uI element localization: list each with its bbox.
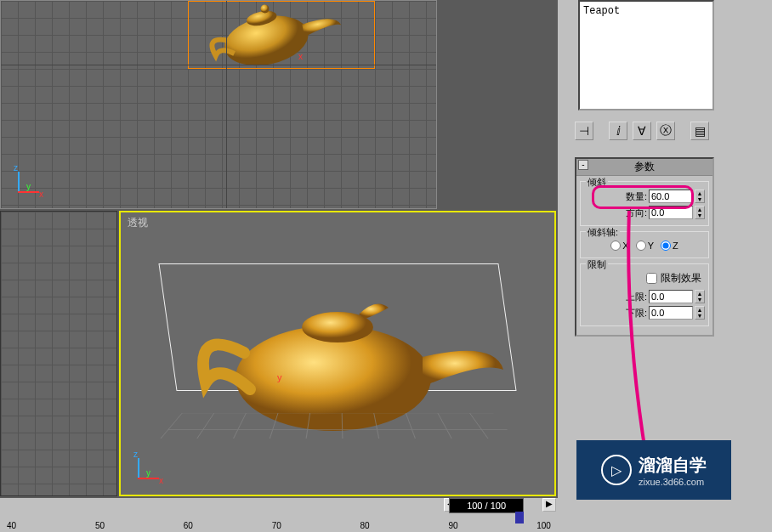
- show-result-button[interactable]: ⅈ: [609, 122, 627, 140]
- unique-button[interactable]: ∀: [633, 122, 651, 140]
- ground-grid: [160, 413, 514, 439]
- viewport-label: 透视: [128, 216, 148, 230]
- limit-legend: 限制: [586, 258, 608, 271]
- limit-effect-checkbox[interactable]: [646, 273, 657, 284]
- upper-spinner[interactable]: ▲▼: [695, 290, 705, 303]
- skew-legend: 倾斜: [586, 176, 608, 189]
- play-icon: ▷: [601, 455, 632, 485]
- axis-y-radio[interactable]: Y: [636, 241, 654, 251]
- limit-effect-label: 限制效果: [661, 271, 701, 286]
- limit-group: 限制 限制效果 上限: ▲▼ 下限: ▲▼: [580, 263, 709, 326]
- watermark: ▷ 溜溜自学 zixue.3d66.com: [576, 440, 731, 500]
- remove-icon: ⓧ: [660, 123, 672, 139]
- viewport-top-right[interactable]: x z x y: [0, 0, 437, 209]
- radio-label: Z: [673, 241, 678, 251]
- rollout-header[interactable]: - 参数: [576, 159, 712, 176]
- timeline: ◀ 100 / 100 ▶ 40 50 60 70 80 90 100: [0, 498, 558, 532]
- modifier-toolbar: ⊣ ⅈ ∀ ⓧ ▤: [575, 121, 714, 141]
- lower-label: 下限:: [626, 307, 647, 320]
- tick: 40: [7, 521, 16, 530]
- axis-y-label: y: [26, 182, 31, 191]
- collapse-toggle[interactable]: -: [578, 160, 588, 170]
- tick: 90: [448, 521, 457, 530]
- unique-icon: ∀: [638, 124, 646, 138]
- object-list[interactable]: Teapot: [578, 0, 714, 110]
- watermark-url: zixue.3d66.com: [639, 477, 707, 487]
- timeline-ruler[interactable]: 40 50 60 70 80 90 100: [7, 512, 551, 530]
- axis-y-marker: y: [277, 372, 282, 382]
- lower-input[interactable]: [649, 306, 693, 320]
- tick: 50: [95, 521, 105, 530]
- axis-gizmo: z x y: [9, 167, 43, 201]
- list-item[interactable]: Teapot: [583, 5, 709, 17]
- result-icon: ⅈ: [616, 124, 621, 138]
- amount-input[interactable]: [649, 190, 693, 203]
- amount-spinner[interactable]: ▲▼: [695, 190, 705, 203]
- axis-z-label: z: [14, 163, 18, 173]
- axis-gizmo: z x y: [129, 454, 163, 488]
- direction-row: 方向: ▲▼: [584, 206, 705, 219]
- radio-label: X: [622, 241, 628, 251]
- parameters-rollout: - 参数 倾斜 数量: ▲▼ 方向: ▲▼ 倾斜轴: X Y Z: [575, 157, 714, 337]
- configure-button[interactable]: ▤: [690, 122, 709, 140]
- axis-z-radio[interactable]: Z: [661, 241, 678, 251]
- watermark-title: 溜溜自学: [639, 454, 707, 477]
- rollout-title: 参数: [634, 161, 655, 173]
- tick: 60: [184, 521, 193, 530]
- direction-input[interactable]: [649, 206, 693, 219]
- grid: [1, 212, 116, 495]
- tick: 80: [360, 521, 370, 530]
- tick: 100: [536, 521, 551, 530]
- upper-input[interactable]: [649, 290, 693, 303]
- axis-x-label: x: [298, 52, 303, 61]
- upper-label: 上限:: [626, 291, 647, 303]
- axis-x-label: x: [39, 190, 43, 199]
- axis-line-h: [1, 65, 436, 65]
- pin-stack-button[interactable]: ⊣: [575, 122, 593, 140]
- amount-row: 数量: ▲▼: [584, 190, 705, 203]
- lower-spinner[interactable]: ▲▼: [695, 306, 705, 320]
- axis-legend: 倾斜轴:: [586, 226, 620, 239]
- timeline-scroll-right[interactable]: ▶: [542, 498, 556, 512]
- axis-line-v: [226, 1, 227, 208]
- pin-icon: ⊣: [579, 124, 589, 138]
- viewport-bottom-left[interactable]: [0, 211, 117, 496]
- skew-axis-group: 倾斜轴: X Y Z: [580, 231, 709, 258]
- tick: 70: [272, 521, 281, 530]
- axis-x-label: x: [159, 476, 163, 485]
- viewport-area: x z x y 透视 y z x: [0, 0, 558, 498]
- amount-label: 数量:: [626, 190, 647, 203]
- remove-button[interactable]: ⓧ: [656, 122, 675, 140]
- viewport-perspective[interactable]: 透视 y z x y: [119, 211, 556, 496]
- time-slider[interactable]: [515, 512, 524, 524]
- config-icon: ▤: [695, 124, 706, 138]
- direction-label: 方向:: [626, 207, 647, 219]
- axis-z-label: z: [133, 450, 138, 459]
- axis-x-radio[interactable]: X: [610, 241, 628, 251]
- radio-label: Y: [648, 241, 654, 251]
- skew-group: 倾斜 数量: ▲▼ 方向: ▲▼: [580, 181, 709, 226]
- axis-y-label: y: [146, 468, 150, 478]
- direction-spinner[interactable]: ▲▼: [695, 206, 705, 219]
